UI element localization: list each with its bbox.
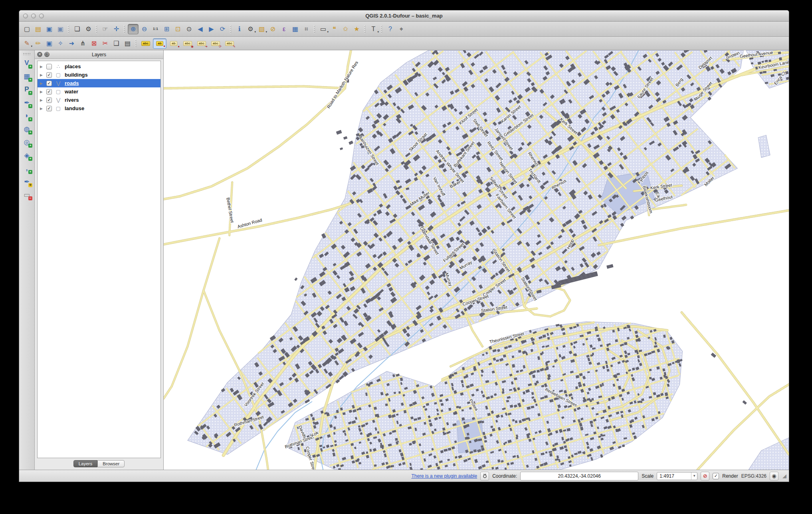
save-project-button[interactable]: ▣ [44,24,55,34]
whats-this-button[interactable]: ⌖ [396,24,407,34]
refresh-map-button[interactable]: ⟳ [217,24,228,34]
new-project-button[interactable]: ▢ [22,24,32,34]
new-bookmark-button[interactable]: ✩ [340,24,351,34]
measure-line-button[interactable]: ▭▾ [318,24,329,34]
crs-status-button[interactable]: ◉ [770,472,778,480]
show-hide-labels-button[interactable]: abc◉ [181,38,194,49]
render-checkbox[interactable]: ✓ [713,473,719,479]
new-spatialite-layer-button[interactable]: ✒✱ [22,176,32,187]
panel-tab-layers[interactable]: Layers [73,460,98,467]
deselect-features-button[interactable]: ⊘ [267,24,278,34]
title-bar[interactable]: QGIS 2.0.1-Dufour – basic_map [19,10,789,22]
composer-manager-button[interactable]: ⚙ [83,24,94,34]
resize-grip[interactable]: ◢ [782,473,786,479]
layer-row-roads[interactable]: ▶✓⋁roads [38,79,160,87]
pan-map-button[interactable]: ☞ [100,24,111,34]
expand-arrow-icon[interactable]: ▶ [40,81,44,85]
highlight-pinned-labels-button[interactable]: ab● [167,38,180,49]
expand-arrow-icon[interactable]: ▶ [40,98,44,102]
zoom-in-button[interactable]: ⊕ [128,24,139,34]
deselect-features-icon: ⊘ [270,26,275,32]
toolbar-drag-handle[interactable] [23,53,31,55]
move-label-button[interactable]: abc➜ [195,38,208,49]
add-vector-layer-button[interactable]: V+ [22,58,32,68]
zoom-native-button[interactable]: 1:1 [150,24,161,34]
layer-row-places[interactable]: ▶∴places [38,62,160,71]
select-features-button[interactable]: ▧▾ [256,24,267,34]
zoom-to-layer-button[interactable]: ⊙ [184,24,194,34]
open-attribute-table-button[interactable]: ▦ [290,24,301,34]
layer-visibility-checkbox[interactable]: ✓ [46,89,52,95]
layer-visibility-checkbox[interactable]: ✓ [46,81,52,86]
save-layer-edits-button[interactable]: ▣ [44,38,55,49]
rotate-label-button[interactable]: abc⟳ [209,38,222,49]
add-mssql-layer-button[interactable]: ◗+ [22,111,32,121]
map-tips-button[interactable]: ❝ [329,24,340,34]
add-postgis-layer-button[interactable]: P+ [22,84,32,95]
zoom-last-icon: ◀ [198,26,202,32]
zoom-to-selection-button[interactable]: ⊡ [172,24,183,34]
add-spatialite-layer-button[interactable]: ✒+ [22,97,32,108]
stop-render-icon[interactable]: ⊘ [701,472,709,480]
layer-row-water[interactable]: ▶✓▢water [38,87,160,96]
expand-arrow-icon[interactable]: ▶ [40,73,44,77]
layer-visibility-checkbox[interactable]: ✓ [46,106,52,111]
add-delimited-text-layer-button[interactable]: ,+ [22,163,32,174]
show-bookmarks-button[interactable]: ★ [351,24,362,34]
run-feature-action-button[interactable]: ⚙▾ [245,24,256,34]
add-raster-layer-button[interactable]: ▦+ [22,71,32,81]
chevron-down-icon[interactable]: ▼ [691,472,697,480]
layers-panel-header: ✕ ❐ Layers [35,50,163,59]
add-wms-layer-button[interactable]: ◍+ [22,124,32,134]
panel-tab-browser[interactable]: Browser [97,460,125,467]
expand-arrow-icon[interactable]: ▶ [40,90,44,94]
help-contents-button[interactable]: ? [385,24,396,34]
map-canvas[interactable]: Road to Marloth Nature ResGeelhout Avenu… [164,50,789,470]
zoom-full-button[interactable]: ⊞ [161,24,172,34]
labeling-options-button[interactable]: abc [139,38,152,49]
zoom-last-button[interactable]: ◀ [195,24,206,34]
dropdown-arrow-icon[interactable]: ▾ [377,30,379,34]
layer-visibility-checkbox[interactable]: ✓ [46,72,52,78]
layer-visibility-checkbox[interactable] [46,64,52,69]
toggle-editing-button[interactable]: ✏ [33,38,44,49]
coordinate-input[interactable] [520,472,638,480]
layer-row-rivers[interactable]: ▶✓⋁rivers [38,96,160,104]
add-wcs-layer-button[interactable]: ◎+ [22,137,32,147]
plugin-available-link[interactable]: There is a new plugin available [411,473,477,479]
dropdown-arrow-icon[interactable]: ▾ [265,30,267,34]
add-wfs-layer-button[interactable]: ◈+ [22,150,32,160]
scale-combo[interactable]: 1:4917 ▼ [657,472,697,480]
dropdown-arrow-icon[interactable]: ▾ [254,30,256,34]
save-project-as-button[interactable]: ▣ [55,24,66,34]
pin-unpin-labels-button[interactable]: ab● [153,38,166,49]
open-project-button[interactable]: ▤ [33,24,44,34]
new-print-composer-button[interactable]: ❏ [72,24,83,34]
plugin-icon[interactable] [480,472,489,480]
pan-to-selection-button[interactable]: ✛ [111,24,122,34]
move-feature-button[interactable]: ➜ [66,38,77,49]
select-by-expression-button[interactable]: ε [279,24,289,34]
delete-selected-button[interactable]: ⊠ [89,38,99,49]
new-shapefile-layer-button[interactable]: ▭− [22,190,32,200]
paste-features-button[interactable]: ▤ [122,38,133,49]
field-calculator-button[interactable]: ⌗ [301,24,312,34]
layer-visibility-checkbox[interactable]: ✓ [46,97,52,103]
change-label-button[interactable]: abc✎ [223,38,236,49]
cut-features-button[interactable]: ✂ [100,38,111,49]
expand-arrow-icon[interactable]: ▶ [40,65,44,69]
current-edits-button[interactable]: ✎▾ [22,38,32,49]
toolbar-separator [95,25,98,34]
expand-arrow-icon[interactable]: ▶ [40,107,44,111]
dropdown-arrow-icon[interactable]: ▾ [327,30,329,34]
node-tool-button[interactable]: ⋔ [77,38,88,49]
zoom-next-button[interactable]: ▶ [206,24,217,34]
dropdown-arrow-icon[interactable]: ▾ [31,45,32,48]
layer-row-landuse[interactable]: ▶✓▢landuse [38,104,160,113]
layer-row-buildings[interactable]: ▶✓▢buildings [38,71,160,79]
identify-features-button[interactable]: ℹ [234,24,245,34]
copy-features-button[interactable]: ❑ [111,38,122,49]
add-feature-button[interactable]: ✧ [55,38,66,49]
zoom-out-button[interactable]: ⊖ [139,24,150,34]
text-annotation-button[interactable]: T▾ [368,24,379,34]
